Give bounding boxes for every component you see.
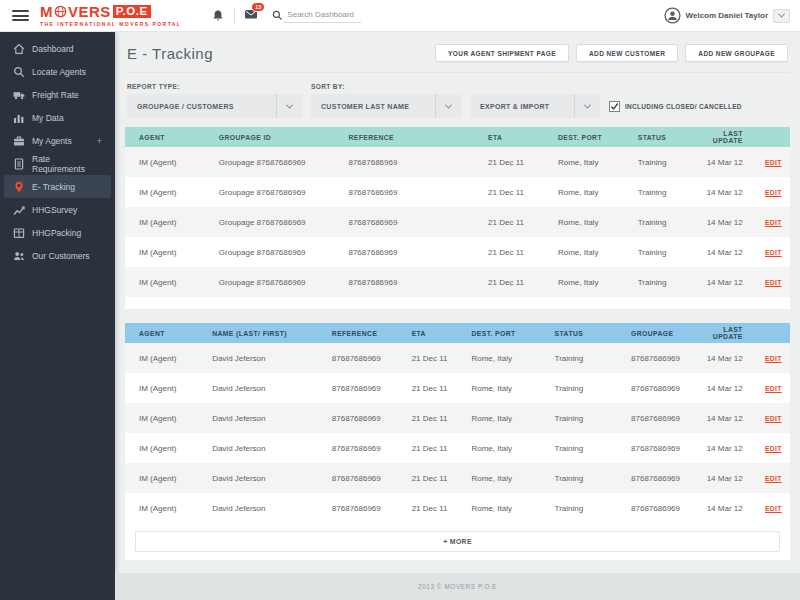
table-cell: Training xyxy=(624,207,697,237)
bell-icon[interactable] xyxy=(211,9,225,23)
search-input[interactable] xyxy=(283,8,361,23)
chevron-down-icon xyxy=(276,94,302,118)
table-cell: 87687686969 xyxy=(318,403,398,433)
sidebar-item-label: My Agents xyxy=(32,136,72,146)
bar-chart-icon xyxy=(13,112,25,124)
edit-link[interactable]: EDIT xyxy=(765,385,782,392)
table-cell: Training xyxy=(541,493,617,523)
add-new-customer-button[interactable]: ADD NEW CUSTOMER xyxy=(576,44,678,62)
table-cell: 21 Dec 11 xyxy=(398,493,458,523)
your-agent-shipment-page-button[interactable]: YOUR AGENT SHIPMENT PAGE xyxy=(435,44,569,62)
map-pin-icon xyxy=(13,181,25,193)
table-row: IM (Agent)Groupage 876876869698768768696… xyxy=(125,147,790,177)
avatar-icon[interactable] xyxy=(664,7,681,24)
app-header: M VERS P.O.E THE INTERNATIONAL MOVERS PO… xyxy=(0,0,800,32)
sidebar-item-dashboard[interactable]: Dashboard xyxy=(4,37,111,60)
including-closed-checkbox[interactable]: INCLUDING CLOSED/ CANCELLED xyxy=(609,94,742,118)
edit-link[interactable]: EDIT xyxy=(765,505,782,512)
edit-link[interactable]: EDIT xyxy=(765,159,782,166)
logo-text: VERS xyxy=(68,4,111,19)
column-header xyxy=(757,127,790,147)
table-cell: 21 Dec 11 xyxy=(474,177,544,207)
sidebar-item-e-tracking[interactable]: E- Tracking xyxy=(4,175,111,198)
table-cell: Rome, Italy xyxy=(457,403,540,433)
expand-plus-icon[interactable]: + xyxy=(97,136,102,146)
edit-link[interactable]: EDIT xyxy=(765,475,782,482)
user-menu-button[interactable] xyxy=(773,9,790,23)
column-header: DEST. PORT xyxy=(457,323,540,343)
column-header: DEST. PORT xyxy=(544,127,624,147)
table-cell: Rome, Italy xyxy=(544,177,624,207)
column-header xyxy=(757,323,790,343)
table-cell: 87687686969 xyxy=(318,463,398,493)
messages-button[interactable]: 13 xyxy=(244,7,258,25)
sidebar-item-locate-agents[interactable]: Locate Agents xyxy=(4,60,111,83)
sidebar-item-label: Freight Rate xyxy=(32,90,79,100)
table-cell: David Jeferson xyxy=(198,463,318,493)
edit-link[interactable]: EDIT xyxy=(765,189,782,196)
sidebar-item-hhgpacking[interactable]: HHGPacking xyxy=(4,221,111,244)
users-icon xyxy=(13,250,25,262)
table-cell: Groupage 87687686969 xyxy=(205,237,335,267)
sort-select-1[interactable]: CUSTOMER LAST NAME xyxy=(311,94,461,118)
page-title: E - Tracking xyxy=(127,45,213,62)
logo-tagline: THE INTERNATIONAL MOVERS PORTAL xyxy=(40,21,181,27)
sidebar-item-my-data[interactable]: My Data xyxy=(4,106,111,129)
table-cell: IM (Agent) xyxy=(125,237,205,267)
table-cell: 14 Mar 12 xyxy=(697,147,757,177)
edit-link[interactable]: EDIT xyxy=(765,445,782,452)
chevron-down-icon xyxy=(778,11,785,18)
table-cell: Rome, Italy xyxy=(457,493,540,523)
sidebar-item-label: Locate Agents xyxy=(32,67,86,77)
table-cell: 87687686969 xyxy=(617,493,703,523)
table-cell: 21 Dec 11 xyxy=(398,433,458,463)
menu-toggle-icon[interactable] xyxy=(12,8,29,24)
column-header: LAST UPDATE xyxy=(704,323,757,343)
home-icon xyxy=(13,43,25,55)
table-row: IM (Agent)David Jeferson8768768696921 De… xyxy=(125,403,790,433)
table-cell: Training xyxy=(624,267,697,297)
table-row: IM (Agent)Groupage 876876869698768768696… xyxy=(125,237,790,267)
table-cell: IM (Agent) xyxy=(125,343,198,373)
copyright-text: 2013 © MOVERS P.O.E xyxy=(418,583,497,590)
table-cell: 87687686969 xyxy=(617,343,703,373)
table-cell: 21 Dec 11 xyxy=(398,403,458,433)
table-cell: 87687686969 xyxy=(318,493,398,523)
table-cell: 21 Dec 11 xyxy=(398,343,458,373)
table-cell: 14 Mar 12 xyxy=(704,373,757,403)
sidebar-item-hhgsurvey[interactable]: HHGSurvey xyxy=(4,198,111,221)
column-header: AGENT xyxy=(125,127,205,147)
sort-select-2[interactable]: EXPORT & IMPORT xyxy=(470,94,600,118)
briefcase-icon xyxy=(13,135,25,147)
sidebar-item-my-agents[interactable]: My Agents+ xyxy=(4,129,111,152)
edit-link[interactable]: EDIT xyxy=(765,355,782,362)
edit-link[interactable]: EDIT xyxy=(765,279,782,286)
table-cell: 87687686969 xyxy=(334,237,474,267)
table-cell: IM (Agent) xyxy=(125,433,198,463)
sidebar-item-freight-rate[interactable]: Freight Rate xyxy=(4,83,111,106)
table-cell: Training xyxy=(541,373,617,403)
table-cell: IM (Agent) xyxy=(125,403,198,433)
edit-link[interactable]: EDIT xyxy=(765,219,782,226)
package-icon xyxy=(13,227,25,239)
table-cell: 14 Mar 12 xyxy=(704,343,757,373)
app-logo: M VERS P.O.E THE INTERNATIONAL MOVERS PO… xyxy=(40,4,181,27)
table-cell: 14 Mar 12 xyxy=(704,463,757,493)
edit-link[interactable]: EDIT xyxy=(765,415,782,422)
table-cell: 14 Mar 12 xyxy=(697,267,757,297)
report-type-select[interactable]: GROUPAGE / CUSTOMERS xyxy=(127,94,302,118)
add-new-groupage-button[interactable]: ADD NEW GROUPAGE xyxy=(685,44,788,62)
table-cell: 21 Dec 11 xyxy=(474,267,544,297)
filter-bar: REPORT TYPE: GROUPAGE / CUSTOMERS SORT B… xyxy=(127,83,788,118)
page-footer: 2013 © MOVERS P.O.E xyxy=(115,573,800,600)
table-cell: Rome, Italy xyxy=(544,207,624,237)
search-icon xyxy=(13,66,25,78)
sidebar-item-our-customers[interactable]: Our Customers xyxy=(4,244,111,267)
table-cell: David Jeferson xyxy=(198,493,318,523)
table-cell: 87687686969 xyxy=(617,433,703,463)
load-more-button[interactable]: + MORE xyxy=(135,531,780,552)
table-cell: IM (Agent) xyxy=(125,373,198,403)
document-icon xyxy=(13,158,25,170)
sidebar-item-rate-requirements[interactable]: Rate Requirements xyxy=(4,152,111,175)
edit-link[interactable]: EDIT xyxy=(765,249,782,256)
